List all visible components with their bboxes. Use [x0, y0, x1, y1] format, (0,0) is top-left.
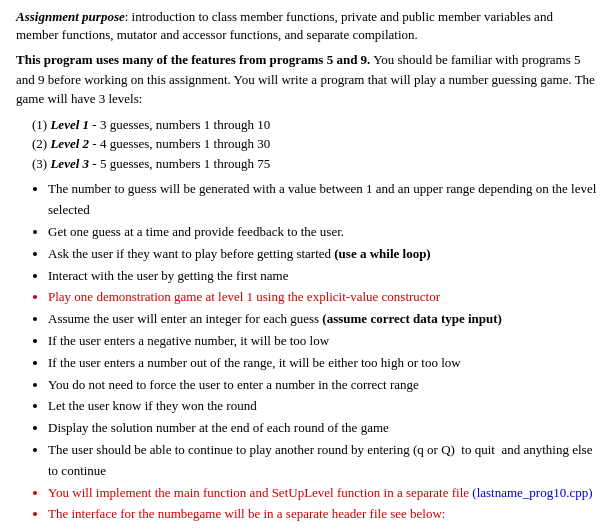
- bullet-6: Assume the user will enter an integer fo…: [48, 309, 597, 330]
- bullet-4: Interact with the user by getting the fi…: [48, 266, 597, 287]
- program-bold: This program uses many of the features f…: [16, 52, 370, 67]
- purpose-label: Assignment purpose: [16, 9, 125, 24]
- bullet-2: Get one guess at a time and provide feed…: [48, 222, 597, 243]
- bullet-14: The interface for the numbegame will be …: [48, 504, 597, 525]
- bullet-8: If the user enters a number out of the r…: [48, 353, 597, 374]
- bullet-7: If the user enters a negative number, it…: [48, 331, 597, 352]
- assignment-purpose-line: Assignment purpose: introduction to clas…: [16, 8, 597, 44]
- level2-line: (2) Level 2 - 4 guesses, numbers 1 throu…: [32, 134, 597, 154]
- bullet-13: You will implement the main function and…: [48, 483, 597, 504]
- level1-label: Level 1: [50, 117, 89, 132]
- bullet-3: Ask the user if they want to play before…: [48, 244, 597, 265]
- bullet-11: Display the solution number at the end o…: [48, 418, 597, 439]
- bullet-15: The name of header file (.h) and the imp…: [48, 526, 597, 531]
- levels-list: (1) Level 1 - 3 guesses, numbers 1 throu…: [32, 115, 597, 174]
- program-paragraph: This program uses many of the features f…: [16, 50, 597, 109]
- requirements-list: The number to guess will be generated wi…: [48, 179, 597, 531]
- bullet-9: You do not need to force the user to ent…: [48, 375, 597, 396]
- level2-label: Level 2: [50, 136, 89, 151]
- bullet-12: The user should be able to continue to p…: [48, 440, 597, 482]
- bullet-10: Let the user know if they won the round: [48, 396, 597, 417]
- level1-line: (1) Level 1 - 3 guesses, numbers 1 throu…: [32, 115, 597, 135]
- bullet-1: The number to guess will be generated wi…: [48, 179, 597, 221]
- bullet-5: Play one demonstration game at level 1 u…: [48, 287, 597, 308]
- level3-label: Level 3: [50, 156, 89, 171]
- level3-line: (3) Level 3 - 5 guesses, numbers 1 throu…: [32, 154, 597, 174]
